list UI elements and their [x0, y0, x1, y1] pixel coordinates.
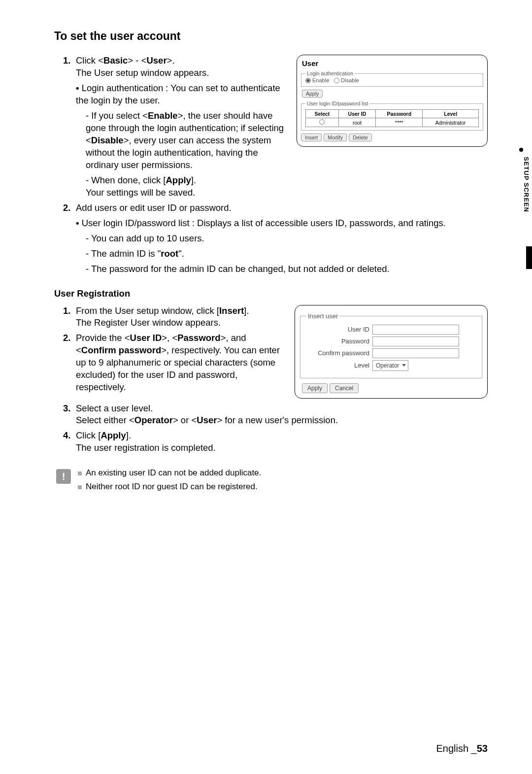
section-tab: SETUP SCREEN [514, 133, 532, 264]
fig1-legend2: User login ID/password list [305, 101, 369, 106]
reg-step4: 4. Click [Apply]. The user registration … [63, 430, 488, 454]
fig2-userid-label: User ID [306, 326, 372, 333]
fig2-legend: Insert user [306, 312, 339, 320]
fig1-disable-option[interactable]: Disable [334, 77, 359, 83]
note-item-2: Neither root ID nor guest ID can be regi… [78, 482, 261, 492]
page-title: To set the user account [54, 30, 488, 43]
fig1-enable-option[interactable]: Enable [305, 77, 329, 83]
figure-insert-user: Insert user User ID Password Confirm pas… [295, 305, 488, 399]
reg-step2: 2. Provide the <User ID>, <Password>, an… [63, 332, 288, 394]
reg-step3: 3. Select a user level. Select either <O… [63, 403, 488, 427]
fig2-password-label: Password [306, 337, 372, 345]
fig1-apply-button[interactable]: Apply [302, 90, 323, 98]
fig1-userlist-fieldset: User login ID/password list Select User … [301, 101, 483, 131]
step1-dash2: When done, click [Apply]. Your settings … [86, 174, 488, 199]
step2-bullet1: User login ID/password list : Displays a… [76, 217, 488, 230]
note-item-1: An existing user ID can not be added dup… [78, 468, 261, 478]
fig2-cancel-button[interactable]: Cancel [330, 383, 359, 393]
note-block: ! An existing user ID can not be added d… [54, 468, 488, 496]
fig1-row-select-radio[interactable] [319, 119, 325, 125]
fig1-user-table: Select User ID Password Level root **** … [305, 109, 479, 127]
fig2-level-label: Level [306, 362, 372, 369]
fig1-title: User [302, 59, 482, 67]
step2: 2. Add users or edit user ID or password… [63, 202, 488, 214]
note-icon: ! [56, 469, 71, 484]
fig2-confirm-input[interactable] [372, 348, 459, 358]
tab-marker [526, 246, 532, 269]
fig2-level-select[interactable]: Operator [372, 360, 408, 371]
fig2-apply-button[interactable]: Apply [302, 383, 328, 393]
step1: 1. Click <Basic> - <User>. The User setu… [63, 55, 290, 79]
tab-label: SETUP SCREEN [523, 157, 530, 212]
fig2-userid-input[interactable] [372, 325, 459, 335]
fig1-disable-radio[interactable] [334, 78, 339, 83]
user-registration-heading: User Registration [54, 288, 488, 299]
fig2-fieldset: Insert user User ID Password Confirm pas… [300, 312, 482, 378]
fig1-legend1: Login authentication [305, 70, 355, 76]
fig1-insert-button[interactable]: Insert [301, 134, 322, 141]
fig1-login-auth-fieldset: Login authentication Enable Disable [301, 70, 483, 87]
fig1-enable-radio[interactable] [305, 78, 311, 83]
square-bullet-icon [78, 485, 82, 489]
reg-step1: 1. From the User setup window, click [In… [63, 305, 288, 330]
page-footer: English _53 [436, 743, 488, 754]
fig2-password-input[interactable] [372, 337, 459, 346]
square-bullet-icon [78, 471, 82, 475]
tab-dot-icon [519, 148, 523, 152]
fig1-delete-button[interactable]: Delete [349, 134, 371, 141]
fig1-table-row: root **** Administrator [306, 118, 479, 127]
fig1-modify-button[interactable]: Modify [324, 134, 347, 141]
step2-dash1: You can add up to 10 users. [86, 233, 488, 245]
fig1-table-header-row: Select User ID Password Level [306, 110, 479, 118]
step2-dash2: The admin ID is "root". [86, 248, 488, 260]
step2-dash3: The password for the admin ID can be cha… [86, 263, 488, 275]
fig2-confirm-label: Confirm password [306, 349, 372, 357]
figure-user-panel: User Login authentication Enable Disable… [297, 55, 488, 147]
chevron-down-icon [402, 364, 406, 367]
